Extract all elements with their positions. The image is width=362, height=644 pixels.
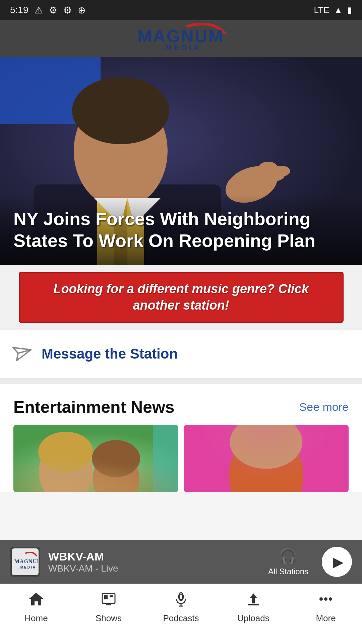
svg-point-44 [329, 597, 332, 601]
svg-point-25 [229, 430, 303, 492]
bottom-nav: Home Shows Podcasts [0, 584, 362, 644]
ad-banner-section[interactable]: Looking for a different music genre? Cli… [0, 265, 362, 330]
message-station-label: Message the Station [42, 346, 178, 362]
nav-item-home[interactable]: Home [0, 584, 72, 624]
section-divider [0, 379, 362, 384]
svg-point-7 [72, 77, 169, 144]
home-icon [28, 591, 44, 610]
header: MAGNUM .MEDIA [0, 20, 362, 57]
station-logo-inner: MAGNUM .MEDIA [12, 548, 39, 575]
nav-label-podcasts: Podcasts [163, 613, 199, 624]
settings-icon-2: ⚙ [63, 5, 72, 16]
station-logo: MAGNUM .MEDIA [10, 547, 40, 577]
station-sub: WBKV-AM - Live [48, 563, 260, 574]
station-name: WBKV-AM [48, 550, 260, 563]
message-section[interactable]: Message the Station [0, 330, 362, 379]
svg-rect-33 [110, 595, 113, 597]
uploads-icon [246, 591, 261, 610]
station-logo-svg: MAGNUM .MEDIA [12, 549, 38, 575]
svg-rect-32 [104, 595, 108, 599]
svg-text:.MEDIA: .MEDIA [161, 43, 201, 52]
nav-label-shows: Shows [96, 613, 122, 624]
svg-point-26 [230, 425, 302, 469]
podcasts-icon [173, 591, 189, 610]
battery-icon: ▮ [347, 5, 352, 15]
nav-item-uploads[interactable]: Uploads [217, 584, 290, 624]
svg-marker-40 [250, 593, 257, 603]
headphones-icon: 🎧 [279, 547, 297, 565]
svg-rect-41 [248, 604, 259, 605]
hero-section[interactable]: NY Joins Forces With Neighboring States … [0, 57, 362, 265]
now-playing-bar: MAGNUM .MEDIA WBKV-AM WBKV-AM - Live 🎧 A… [0, 540, 362, 584]
hero-title: NY Joins Forces With Neighboring States … [13, 208, 349, 252]
svg-point-15 [273, 166, 290, 176]
svg-marker-30 [29, 593, 43, 605]
section-title: Entertainment News [13, 397, 175, 417]
nav-item-shows[interactable]: Shows [72, 584, 145, 624]
svg-point-43 [324, 597, 327, 601]
news-thumbnails [0, 425, 362, 492]
lte-indicator: LTE [314, 5, 329, 15]
news-thumb-1[interactable] [13, 425, 178, 492]
nav-label-home: Home [24, 613, 48, 624]
logo: MAGNUM .MEDIA [134, 23, 228, 54]
shows-icon [101, 591, 116, 610]
logo-text: MAGNUM .MEDIA [134, 23, 228, 54]
status-bar: 5:19 ⚠ ⚙ ⚙ ⊕ LTE ▲ ▮ [0, 0, 362, 20]
all-stations-label: All Stations [268, 567, 308, 576]
svg-rect-23 [153, 425, 178, 492]
nav-item-podcasts[interactable]: Podcasts [145, 584, 217, 624]
see-more-link[interactable]: See more [299, 400, 349, 414]
svg-text:.MEDIA: .MEDIA [18, 566, 36, 569]
svg-rect-24 [184, 425, 349, 492]
settings-icon-1: ⚙ [49, 5, 57, 16]
send-icon [11, 339, 37, 368]
svg-point-19 [39, 440, 93, 492]
svg-rect-31 [102, 593, 115, 603]
svg-point-20 [38, 432, 93, 472]
play-button[interactable]: ▶ [322, 547, 352, 577]
svg-point-22 [92, 440, 140, 477]
ad-banner-text: Looking for a different music genre? Cli… [33, 281, 329, 314]
news-thumb-2[interactable] [184, 425, 349, 492]
all-stations-button[interactable]: 🎧 All Stations [268, 547, 308, 576]
entertainment-section: Entertainment News See more [0, 384, 362, 492]
ad-banner[interactable]: Looking for a different music genre? Cli… [19, 272, 344, 323]
play-icon: ▶ [333, 554, 344, 570]
signal-icon: ▲ [334, 5, 343, 15]
section-header: Entertainment News See more [0, 384, 362, 425]
nav-label-uploads: Uploads [237, 613, 269, 624]
sync-icon: ⊕ [78, 5, 85, 16]
svg-text:MAGNUM: MAGNUM [14, 558, 38, 564]
nav-label-more: More [316, 613, 336, 624]
more-icon [318, 591, 334, 610]
time-display: 5:19 [10, 5, 28, 15]
svg-point-36 [178, 594, 184, 599]
svg-point-42 [319, 597, 323, 601]
nav-item-more[interactable]: More [290, 584, 362, 624]
warning-icon: ⚠ [35, 5, 43, 16]
svg-point-21 [93, 452, 139, 492]
station-info: WBKV-AM WBKV-AM - Live [48, 550, 260, 574]
hero-overlay: NY Joins Forces With Neighboring States … [0, 195, 362, 265]
logo-svg: MAGNUM .MEDIA [134, 23, 228, 53]
